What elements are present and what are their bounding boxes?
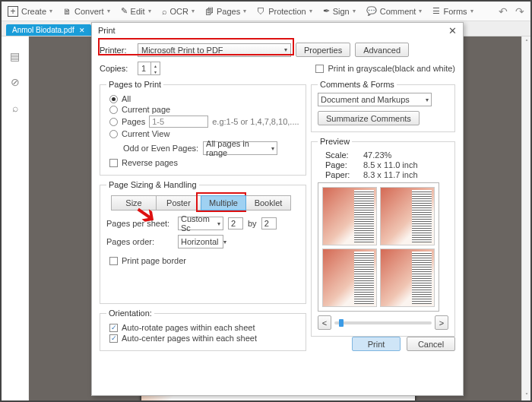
preview-scale: 47.23% bbox=[363, 150, 391, 160]
pps-select[interactable]: Custom Sc▾ bbox=[178, 217, 223, 230]
edit-icon: ✎ bbox=[121, 6, 128, 16]
scroll-up-icon[interactable]: ˄ bbox=[522, 36, 530, 47]
order-label: Pages order: bbox=[106, 237, 173, 246]
order-select[interactable]: Horizontal▾ bbox=[178, 235, 223, 248]
dialog-close-icon[interactable]: ✕ bbox=[445, 24, 460, 37]
page-border-checkbox[interactable] bbox=[109, 257, 118, 265]
pages-input[interactable]: 1-5 bbox=[149, 116, 208, 128]
radio-all[interactable] bbox=[109, 95, 118, 103]
pps-rows-input[interactable]: 2 bbox=[261, 217, 277, 229]
pages-hint: e.g:1-5 or 1,4,7,8,10,.... bbox=[212, 117, 299, 126]
pps-cols-input[interactable]: 2 bbox=[228, 217, 243, 229]
convert-icon: 🗎 bbox=[63, 7, 71, 16]
toolbar-comment[interactable]: 💬Comment▾ bbox=[366, 6, 423, 16]
copies-spinner[interactable]: 1▴▾ bbox=[138, 62, 160, 75]
radio-current[interactable] bbox=[109, 106, 118, 114]
dialog-title: Print bbox=[98, 26, 116, 35]
auto-center-checkbox[interactable]: ✓ bbox=[109, 334, 118, 343]
radio-pages[interactable] bbox=[109, 118, 118, 126]
preview-thumb bbox=[380, 248, 435, 307]
plus-icon: + bbox=[8, 6, 18, 17]
auto-rotate-checkbox[interactable]: ✓ bbox=[109, 324, 118, 332]
toolbar-ocr[interactable]: ⌕OCR▾ bbox=[162, 7, 195, 16]
left-sidebar: ▤ ⊘ ⌕ bbox=[2, 36, 29, 400]
radio-current-view[interactable] bbox=[109, 130, 118, 138]
preview-thumb bbox=[322, 248, 377, 307]
preview-group: Preview Scale:47.23% Page:8.5 x 11.0 inc… bbox=[311, 137, 455, 337]
pps-label: Pages per sheet: bbox=[106, 219, 173, 228]
odd-even-label: Odd or Even Pages: bbox=[123, 144, 198, 153]
ocr-icon: ⌕ bbox=[162, 7, 167, 16]
reverse-checkbox[interactable] bbox=[109, 159, 118, 167]
search-icon[interactable]: ⌕ bbox=[12, 102, 18, 114]
pages-to-print-group: Pages to Print All Current page Pages 1-… bbox=[100, 80, 306, 176]
print-button[interactable]: Print bbox=[352, 337, 401, 351]
seg-booklet[interactable]: Booklet bbox=[245, 195, 291, 210]
main-toolbar: +Create▾ 🗎Convert▾ ✎Edit▾ ⌕OCR▾ 🗐Pages▾ … bbox=[2, 2, 530, 21]
toolbar-sign[interactable]: ✒Sign▾ bbox=[323, 6, 356, 16]
redo-icon[interactable]: ↷ bbox=[515, 5, 524, 17]
toolbar-forms[interactable]: ☰Forms▾ bbox=[432, 6, 473, 16]
chevron-down-icon: ▾ bbox=[284, 46, 287, 53]
shield-icon: ⛉ bbox=[257, 7, 265, 16]
preview-canvas bbox=[318, 182, 439, 312]
cancel-button[interactable]: Cancel bbox=[407, 337, 455, 351]
orientation-group: Orientation: ✓Auto-rotate pages within e… bbox=[100, 309, 306, 351]
printer-select[interactable]: Microsoft Print to PDF▾ bbox=[138, 43, 291, 57]
seg-multiple[interactable]: Multiple bbox=[201, 195, 246, 210]
comment-icon: 💬 bbox=[366, 6, 377, 16]
summarize-button[interactable]: Summarize Comments bbox=[318, 111, 420, 125]
odd-even-select[interactable]: All pages in range▾ bbox=[203, 141, 277, 155]
attach-icon[interactable]: ⊘ bbox=[11, 76, 20, 88]
pages-icon: 🗐 bbox=[205, 7, 214, 16]
print-dialog: Print ✕ Printer: Microsoft Print to PDF▾… bbox=[91, 22, 464, 396]
preview-slider[interactable] bbox=[334, 321, 432, 324]
toolbar-pages[interactable]: 🗐Pages▾ bbox=[205, 7, 246, 16]
comments-forms-group: Comments & Forms Document and Markups▾ S… bbox=[311, 80, 455, 132]
undo-icon[interactable]: ↶ bbox=[499, 5, 508, 17]
preview-paper: 8.3 x 11.7 inch bbox=[363, 170, 418, 179]
toolbar-edit[interactable]: ✎Edit▾ bbox=[121, 6, 151, 16]
toolbar-convert[interactable]: 🗎Convert▾ bbox=[63, 7, 110, 16]
seg-poster[interactable]: Poster bbox=[156, 195, 201, 210]
preview-next-button[interactable]: > bbox=[435, 315, 448, 330]
grayscale-label: Print in grayscale(black and white) bbox=[328, 64, 455, 73]
advanced-button[interactable]: Advanced bbox=[355, 43, 409, 57]
toolbar-protection[interactable]: ⛉Protection▾ bbox=[257, 7, 312, 16]
doc-tab[interactable]: Anmol Biodata.pdf✕ bbox=[6, 24, 91, 36]
seg-size[interactable]: Size bbox=[111, 195, 157, 210]
preview-thumb bbox=[380, 187, 435, 245]
close-icon[interactable]: ✕ bbox=[79, 27, 85, 34]
forms-icon: ☰ bbox=[432, 6, 440, 16]
toolbar-create[interactable]: +Create▾ bbox=[8, 6, 52, 17]
page-sizing-group: Page Sizing & Handling ➔ Size Poster Mul… bbox=[100, 180, 306, 304]
preview-thumb bbox=[322, 187, 377, 245]
vertical-scrollbar[interactable]: ˄ ˅ bbox=[521, 36, 530, 400]
grayscale-checkbox[interactable] bbox=[315, 65, 324, 73]
comments-select[interactable]: Document and Markups▾ bbox=[318, 93, 432, 106]
preview-prev-button[interactable]: < bbox=[318, 315, 331, 330]
scroll-down-icon[interactable]: ˅ bbox=[522, 390, 530, 400]
printer-label: Printer: bbox=[100, 46, 133, 55]
copies-label: Copies: bbox=[100, 64, 133, 73]
sign-icon: ✒ bbox=[323, 6, 330, 16]
thumb-icon[interactable]: ▤ bbox=[10, 50, 20, 62]
properties-button[interactable]: Properties bbox=[296, 43, 350, 57]
preview-page: 8.5 x 11.0 inch bbox=[363, 160, 418, 169]
